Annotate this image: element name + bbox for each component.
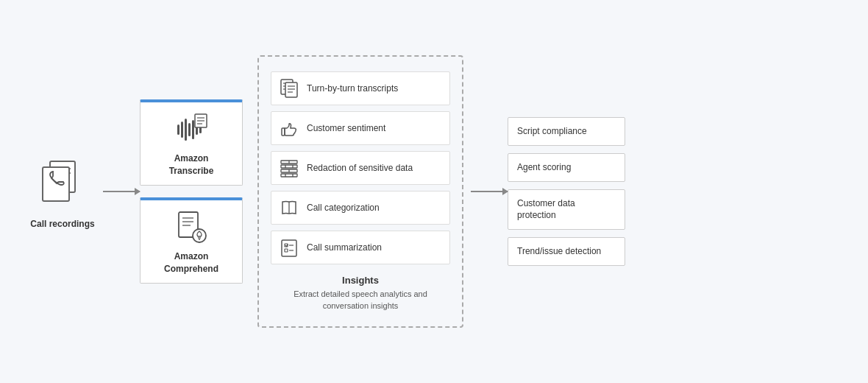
- insights-list: Turn-by-turn transcripts Customer sentim…: [271, 71, 450, 264]
- arrow-3: [471, 191, 508, 192]
- summarization-item: Call summarization: [271, 231, 450, 264]
- customer-data-protection-card: Customer data protection: [508, 189, 625, 231]
- agent-scoring-label: Agent scoring: [517, 162, 571, 172]
- comprehend-icon: [173, 209, 210, 246]
- call-recordings-label: Call recordings: [30, 219, 94, 229]
- comprehend-card: AmazonComprehend: [140, 197, 243, 284]
- script-compliance-card: Script compliance: [508, 117, 625, 146]
- arrow-1: [103, 191, 140, 192]
- transcripts-item: Turn-by-turn transcripts: [271, 71, 450, 105]
- call-recordings-section: Call recordings: [22, 154, 103, 229]
- insights-container: Turn-by-turn transcripts Customer sentim…: [257, 55, 463, 328]
- redaction-item: Redaction of sensitive data: [271, 151, 450, 185]
- sentiment-icon: [279, 118, 299, 138]
- summarization-icon: [279, 237, 299, 258]
- svg-rect-5: [177, 124, 179, 135]
- svg-rect-39: [281, 174, 297, 177]
- svg-rect-31: [282, 128, 285, 136]
- insights-subtitle: Extract detailed speech analytics and co…: [271, 289, 450, 312]
- summarization-label: Call summarization: [307, 242, 382, 253]
- redaction-icon: [279, 158, 299, 178]
- output-cards-section: Script compliance Agent scoring Customer…: [508, 117, 625, 266]
- categorization-icon: [279, 197, 299, 218]
- aws-services-group: AmazonTranscribe AmazonComprehend: [140, 99, 243, 283]
- insights-footer: Insights Extract detailed speech analyti…: [271, 275, 450, 312]
- sentiment-item: Customer sentiment: [271, 111, 450, 145]
- transcribe-icon: [173, 111, 210, 148]
- comprehend-label: AmazonComprehend: [164, 250, 218, 275]
- svg-rect-7: [185, 119, 187, 141]
- svg-rect-34: [281, 165, 297, 168]
- transcripts-icon: [279, 78, 299, 99]
- categorization-label: Call categorization: [307, 203, 380, 213]
- trend-detection-label: Trend/issue detection: [517, 246, 601, 256]
- svg-rect-8: [188, 123, 191, 136]
- svg-rect-9: [192, 120, 194, 139]
- architecture-diagram: Call recordings AmazonTrans: [22, 55, 846, 328]
- transcribe-card: AmazonTranscribe: [140, 99, 243, 186]
- categorization-item: Call categorization: [271, 191, 450, 225]
- trend-detection-card: Trend/issue detection: [508, 237, 625, 266]
- agent-scoring-card: Agent scoring: [508, 153, 625, 182]
- svg-rect-43: [282, 240, 296, 256]
- insights-title: Insights: [271, 275, 450, 286]
- svg-rect-6: [181, 122, 183, 138]
- transcripts-label: Turn-by-turn transcripts: [307, 83, 398, 94]
- customer-data-protection-label: Customer data protection: [517, 198, 575, 221]
- script-compliance-label: Script compliance: [517, 126, 587, 136]
- redaction-label: Redaction of sensitive data: [307, 163, 413, 173]
- phone-files-icon: [37, 154, 88, 213]
- transcribe-label: AmazonTranscribe: [169, 152, 214, 178]
- sentiment-label: Customer sentiment: [307, 123, 385, 133]
- svg-rect-4: [43, 167, 69, 201]
- svg-rect-27: [285, 82, 297, 97]
